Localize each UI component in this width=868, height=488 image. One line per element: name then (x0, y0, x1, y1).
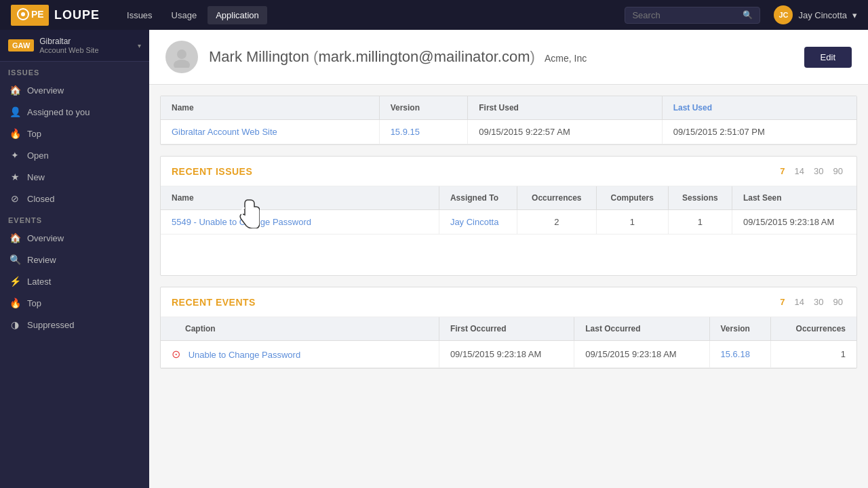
sidebar-ev-top-label: Top (27, 298, 41, 308)
recent-events-title: RECENT EVENTS (172, 297, 769, 308)
nav-usage[interactable]: Usage (163, 6, 205, 24)
events-col-first: First Occurred (439, 317, 574, 341)
count-tab-90[interactable]: 90 (831, 165, 846, 178)
recent-events-table: Caption First Occurred Last Occurred Ver… (161, 317, 856, 368)
ev-home-icon: 🏠 (9, 232, 20, 243)
workspace-selector[interactable]: GAW Gibraltar Account Web Site ▾ (0, 30, 149, 62)
recent-events-section: RECENT EVENTS 7 14 30 90 Caption First O… (160, 287, 857, 369)
svg-text:PE: PE (31, 9, 43, 20)
top-nav: PE LOUPE Issues Usage Application 🔍 JC J… (0, 0, 868, 30)
ev-suppressed-icon: ◑ (9, 319, 20, 330)
star-icon: ✦ (9, 150, 20, 161)
nav-issues[interactable]: Issues (119, 6, 161, 24)
sidebar-item-ev-latest[interactable]: ⚡ Latest (0, 270, 149, 292)
sidebar-top-label: Top (27, 129, 41, 139)
sidebar-item-new[interactable]: ★ New (0, 166, 149, 188)
closed-icon: ⊘ (9, 193, 20, 204)
ev-top-icon: 🔥 (9, 298, 20, 308)
sidebar-new-label: New (27, 172, 45, 182)
user-avatar: JC (774, 5, 793, 24)
profile-full-name: Mark Millington (mark.millington@mailina… (209, 48, 539, 65)
ev-count-tab-7[interactable]: 7 (777, 296, 787, 308)
person-icon: 👤 (9, 106, 20, 117)
issue-assigned-link[interactable]: Jay Cincotta (439, 210, 517, 235)
profile-name-display: Mark Millington (mark.millington@mailina… (209, 48, 793, 66)
issue-name-link[interactable]: 5549 - Unable to Change Password (161, 210, 439, 235)
content-area: Mark Millington (mark.millington@mailina… (149, 30, 868, 488)
issues-col-last-seen: Last Seen (732, 186, 856, 210)
sidebar-item-overview[interactable]: 🏠 Overview (0, 79, 149, 101)
issue-occurrences: 2 (517, 210, 596, 235)
sidebar-item-top[interactable]: 🔥 Top (0, 123, 149, 144)
logo-area: PE LOUPE (11, 5, 100, 26)
sidebar-assigned-label: Assigned to you (27, 107, 90, 117)
issue-last-seen: 09/15/2015 9:23:18 AM (732, 210, 856, 235)
recent-issues-header: RECENT ISSUES 7 14 30 90 (161, 157, 856, 186)
sidebar: GAW Gibraltar Account Web Site ▾ ISSUES … (0, 30, 149, 488)
workspace-name: Gibraltar (39, 37, 132, 46)
sidebar-item-ev-suppressed[interactable]: ◑ Suppressed (0, 314, 149, 336)
apps-table-container: Name Version First Used Last Used Gibral… (160, 96, 857, 145)
event-occurrences: 1 (771, 341, 856, 368)
table-row: Gibraltar Account Web Site 15.9.15 09/15… (161, 120, 856, 144)
issues-col-computers: Computers (596, 186, 668, 210)
ev-count-tab-90[interactable]: 90 (831, 296, 846, 308)
profile-avatar (165, 41, 198, 73)
sidebar-item-ev-top[interactable]: 🔥 Top (0, 292, 149, 314)
warning-icon: ⊙ (172, 348, 180, 360)
count-tab-7[interactable]: 7 (777, 165, 787, 178)
sidebar-item-assigned[interactable]: 👤 Assigned to you (0, 101, 149, 123)
apps-col-name: Name (161, 96, 379, 120)
count-tab-14[interactable]: 14 (792, 165, 807, 178)
sidebar-ev-suppressed-label: Suppressed (27, 320, 74, 330)
sidebar-item-open[interactable]: ✦ Open (0, 144, 149, 166)
sidebar-ev-latest-label: Latest (27, 277, 51, 287)
user-name: Jay Cincotta (798, 10, 847, 20)
edit-button[interactable]: Edit (804, 47, 852, 68)
workspace-chevron-icon: ▾ (138, 42, 141, 49)
issues-col-name: Name (161, 186, 439, 210)
sidebar-overview-label: Overview (27, 85, 64, 96)
issues-col-sessions: Sessions (668, 186, 732, 210)
count-tab-30[interactable]: 30 (811, 165, 826, 178)
sidebar-item-ev-overview[interactable]: 🏠 Overview (0, 227, 149, 249)
sidebar-ev-review-label: Review (27, 255, 56, 265)
apps-col-last-used: Last Used (662, 96, 856, 120)
app-name-link[interactable]: Gibraltar Account Web Site (161, 120, 379, 144)
event-caption-link[interactable]: Unable to Change Password (189, 350, 301, 360)
nav-application[interactable]: Application (208, 6, 267, 24)
events-col-last: Last Occurred (574, 317, 709, 341)
app-version-link[interactable]: 15.9.15 (379, 120, 468, 144)
recent-events-header: RECENT EVENTS 7 14 30 90 (161, 287, 856, 317)
sidebar-item-closed[interactable]: ⊘ Closed (0, 188, 149, 209)
search-input[interactable] (632, 10, 738, 20)
apps-col-version: Version (379, 96, 468, 120)
user-menu[interactable]: JC Jay Cincotta ▾ (774, 5, 857, 24)
apps-col-first-used: First Used (468, 96, 662, 120)
sidebar-closed-label: Closed (27, 194, 54, 204)
table-row: ⊙ Unable to Change Password 09/15/2015 9… (161, 341, 856, 368)
event-caption-cell: ⊙ Unable to Change Password (161, 341, 439, 368)
issue-sessions: 1 (668, 210, 732, 235)
workspace-info: Gibraltar Account Web Site (39, 37, 132, 54)
sidebar-open-label: Open (27, 150, 49, 161)
events-section-label: EVENTS (0, 209, 149, 227)
events-col-occurrences: Occurrences (771, 317, 856, 341)
issues-col-occurrences: Occurrences (517, 186, 596, 210)
workspace-badge: GAW (8, 39, 34, 52)
recent-issues-counts: 7 14 30 90 (777, 165, 846, 178)
issue-computers: 1 (596, 210, 668, 235)
ev-count-tab-30[interactable]: 30 (811, 296, 826, 308)
events-col-version: Version (709, 317, 771, 341)
nav-links: Issues Usage Application (119, 6, 267, 24)
sidebar-item-ev-review[interactable]: 🔍 Review (0, 249, 149, 270)
svg-point-1 (21, 12, 25, 16)
app-title: LOUPE (54, 8, 100, 22)
user-chevron-icon: ▾ (852, 10, 857, 20)
event-version-link[interactable]: 15.6.18 (709, 341, 771, 368)
event-last-occurred: 09/15/2015 9:23:18 AM (574, 341, 709, 368)
search-box[interactable]: 🔍 (625, 7, 760, 24)
event-first-occurred: 09/15/2015 9:23:18 AM (439, 341, 574, 368)
svg-point-3 (177, 49, 186, 59)
ev-count-tab-14[interactable]: 14 (792, 296, 807, 308)
